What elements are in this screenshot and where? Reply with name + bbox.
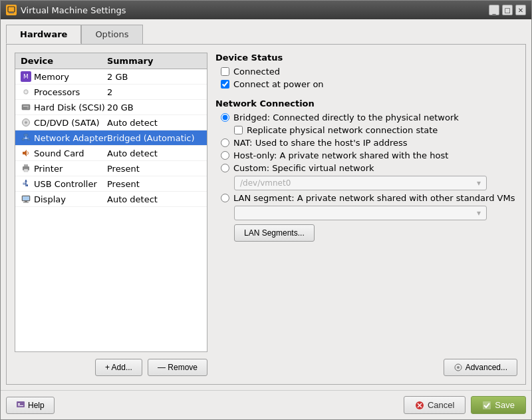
save-button[interactable]: Save bbox=[471, 396, 526, 414]
usb-icon bbox=[21, 178, 31, 189]
printer-icon bbox=[21, 163, 31, 174]
device-name-network: Network Adapter bbox=[34, 133, 107, 143]
power-on-label: Connect at power on bbox=[233, 79, 324, 89]
device-summary-cddvd: Auto detect bbox=[107, 118, 201, 128]
maximize-button[interactable]: □ bbox=[502, 5, 513, 15]
right-panel: Device Status Connected Connect at power… bbox=[215, 53, 517, 376]
replicate-label: Replicate physical network connection st… bbox=[247, 125, 438, 135]
radio-hostonly-row: Host-only: A private network shared with… bbox=[221, 150, 517, 160]
svg-rect-29 bbox=[18, 405, 23, 406]
device-summary-printer: Present bbox=[107, 164, 201, 174]
lan-segments-button[interactable]: LAN Segments... bbox=[234, 224, 315, 242]
remove-button[interactable]: — Remove bbox=[148, 359, 207, 376]
svg-point-26 bbox=[457, 366, 460, 369]
advanced-button[interactable]: Advanced... bbox=[444, 359, 517, 376]
help-icon bbox=[16, 401, 25, 410]
window-title: Virtual Machine Settings bbox=[21, 5, 126, 15]
svg-rect-15 bbox=[24, 164, 28, 166]
svg-rect-16 bbox=[24, 169, 28, 172]
device-name-processors: Processors bbox=[34, 87, 80, 97]
network-connection-title: Network Connection bbox=[215, 99, 517, 108]
radio-custom[interactable] bbox=[221, 164, 229, 172]
connected-row: Connected bbox=[221, 67, 517, 77]
memory-icon: M bbox=[21, 71, 31, 82]
radio-bridged[interactable] bbox=[221, 113, 229, 122]
device-row-display[interactable]: Display Auto detect bbox=[15, 192, 207, 207]
lan-btn-row: LAN Segments... bbox=[234, 224, 517, 242]
custom-dropdown[interactable]: /dev/vmnet0 ▾ bbox=[234, 176, 487, 190]
connected-label: Connected bbox=[233, 67, 280, 77]
connected-checkbox[interactable] bbox=[221, 67, 229, 76]
svg-rect-11 bbox=[22, 138, 25, 140]
device-summary-soundcard: Auto detect bbox=[107, 148, 201, 158]
device-name-soundcard: Sound Card bbox=[34, 148, 84, 158]
tab-hardware[interactable]: Hardware bbox=[6, 25, 81, 44]
device-name-display: Display bbox=[34, 194, 66, 204]
radio-lan-row: LAN segment: A private network shared wi… bbox=[221, 193, 517, 203]
radio-nat-label: NAT: Used to share the host's IP address bbox=[233, 138, 408, 148]
power-on-checkbox[interactable] bbox=[221, 80, 229, 89]
svg-point-7 bbox=[25, 122, 27, 124]
radio-nat[interactable] bbox=[221, 138, 229, 147]
radio-lan[interactable] bbox=[221, 194, 229, 202]
radio-bridged-row: Bridged: Connected directly to the physi… bbox=[221, 112, 517, 122]
svg-rect-12 bbox=[27, 138, 30, 140]
radio-custom-row: Custom: Specific virtual network bbox=[221, 163, 517, 173]
cpu-icon: ⚙ bbox=[21, 87, 31, 97]
radio-hostonly-label: Host-only: A private network shared with… bbox=[233, 150, 448, 160]
network-icon bbox=[21, 132, 31, 143]
display-icon bbox=[21, 194, 31, 204]
svg-rect-27 bbox=[17, 401, 25, 407]
device-row-cddvd[interactable]: CD/DVD (SATA) Auto detect bbox=[15, 115, 207, 130]
custom-dropdown-row: /dev/vmnet0 ▾ bbox=[234, 176, 517, 190]
checkbox-replicate-row: Replicate physical network connection st… bbox=[234, 125, 517, 135]
add-button[interactable]: + Add... bbox=[95, 359, 142, 376]
main-panel: Device Summary M Memory 2 GB bbox=[6, 44, 526, 385]
close-button[interactable]: ✕ bbox=[515, 5, 526, 15]
device-status-section: Device Status Connected Connect at power… bbox=[215, 53, 517, 92]
device-summary-memory: 2 GB bbox=[107, 72, 201, 82]
table-header: Device Summary bbox=[15, 53, 207, 69]
device-row-harddisk[interactable]: Hard Disk (SCSI) 20 GB bbox=[15, 100, 207, 115]
advanced-btn-row: Advanced... bbox=[215, 359, 517, 376]
svg-rect-2 bbox=[9, 13, 14, 13]
device-row-soundcard[interactable]: Sound Card Auto detect bbox=[15, 146, 207, 161]
radio-lan-label: LAN segment: A private network shared wi… bbox=[233, 193, 515, 203]
device-list-container: Device Summary M Memory 2 GB bbox=[15, 53, 207, 376]
device-name-printer: Printer bbox=[34, 164, 63, 174]
device-name-harddisk: Hard Disk (SCSI) bbox=[34, 103, 105, 112]
tab-bar: Hardware Options bbox=[6, 25, 526, 44]
bottom-bar: Help Cancel Save bbox=[1, 390, 531, 419]
replicate-checkbox[interactable] bbox=[234, 126, 243, 134]
disk-icon bbox=[21, 102, 31, 112]
device-row-usb[interactable]: USB Controller Present bbox=[15, 176, 207, 192]
device-row-memory[interactable]: M Memory 2 GB bbox=[15, 69, 207, 85]
help-button[interactable]: Help bbox=[6, 397, 55, 414]
col-device-header: Device bbox=[21, 56, 107, 66]
device-row-network[interactable]: Network Adapter Bridged (Automatic) bbox=[15, 130, 207, 146]
svg-rect-4 bbox=[23, 106, 29, 106]
device-name-memory: Memory bbox=[34, 72, 69, 82]
save-icon bbox=[482, 401, 491, 410]
svg-rect-19 bbox=[23, 183, 25, 184]
bottom-right-buttons: Cancel Save bbox=[404, 396, 526, 414]
titlebar-left: Virtual Machine Settings bbox=[6, 5, 126, 15]
tab-options[interactable]: Options bbox=[81, 25, 142, 44]
svg-rect-8 bbox=[24, 134, 28, 136]
svg-marker-13 bbox=[23, 150, 27, 156]
device-row-processors[interactable]: ⚙ Processors 2 bbox=[15, 85, 207, 100]
power-on-row: Connect at power on bbox=[221, 79, 517, 89]
device-row-printer[interactable]: Printer Present bbox=[15, 161, 207, 176]
radio-custom-label: Custom: Specific virtual network bbox=[233, 163, 374, 173]
custom-dropdown-arrow: ▾ bbox=[477, 178, 481, 188]
device-summary-processors: 2 bbox=[107, 87, 201, 97]
device-summary-harddisk: 20 GB bbox=[107, 103, 201, 112]
list-buttons: + Add... — Remove bbox=[15, 359, 207, 376]
lan-dropdown[interactable]: ▾ bbox=[234, 206, 487, 220]
app-icon bbox=[6, 5, 17, 15]
minimize-button[interactable]: _ bbox=[489, 5, 499, 15]
radio-hostonly[interactable] bbox=[221, 151, 229, 160]
svg-rect-24 bbox=[23, 202, 29, 203]
cancel-button[interactable]: Cancel bbox=[404, 396, 466, 414]
svg-rect-0 bbox=[8, 7, 15, 12]
